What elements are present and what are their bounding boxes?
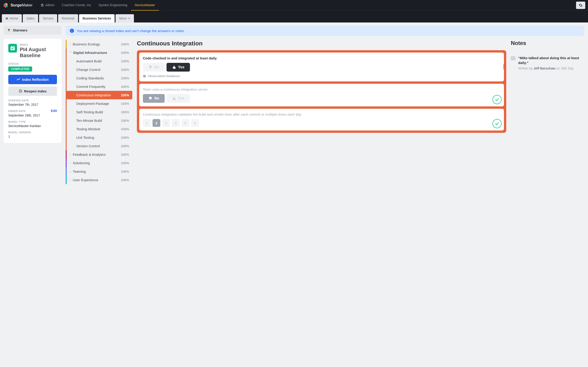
category-sub-item[interactable]: Deployment Package100% <box>67 99 132 108</box>
sub-item-name: Continuous Integration <box>76 93 121 97</box>
category-sub-item[interactable]: Version Control100% <box>67 142 132 150</box>
index-title: PI4 August Baseline <box>20 47 57 59</box>
comment-icon <box>511 56 515 60</box>
sub-item-pct: 100% <box>121 59 129 63</box>
status-badge: COMPLETED <box>8 67 32 72</box>
info-icon: i <box>143 75 146 78</box>
logo[interactable]: SurgeMaker <box>3 2 32 8</box>
index-label: INDEX <box>20 43 57 46</box>
category-header[interactable]: ›User Experience100% <box>66 176 132 184</box>
status-label: STATUS <box>8 62 57 65</box>
question-panel: Code checked in and integrated at least … <box>137 50 506 133</box>
started-date-value: September 7th, 2017 <box>8 103 57 106</box>
question-text: Continuous integration validates the bui… <box>143 112 500 116</box>
question-section-title: Continuous Integration <box>137 40 506 47</box>
question-card: Continuous integration validates the bui… <box>139 109 504 131</box>
category-sub-item[interactable]: Commit Frequently100% <box>67 82 132 91</box>
answer-no-button[interactable]: No <box>143 94 165 103</box>
edit-ended-date-link[interactable]: Edit <box>51 109 57 113</box>
model-type-value: ServiceMaster-Kanban <box>8 124 57 128</box>
sub-item-name: Deployment Package <box>76 102 121 106</box>
tab-business-services[interactable]: Business Services <box>79 14 115 23</box>
sub-item-pct: 100% <box>121 93 129 97</box>
category-list: ›Business Ecology100%˅Digital Infrastruc… <box>66 40 132 184</box>
info-icon: i <box>70 29 74 33</box>
category-header[interactable]: ›Teaming100% <box>66 167 132 176</box>
category-name: Digital Infrastructure <box>73 51 121 55</box>
scale-button-4[interactable]: 4 <box>172 119 180 127</box>
sub-item-pct: 100% <box>121 76 129 80</box>
top-nav-system-engineering[interactable]: System Engineering <box>95 0 131 10</box>
sub-item-name: Testing Mindset <box>76 127 121 131</box>
arrow-up-icon <box>7 29 10 32</box>
category-pct: 100% <box>121 170 129 173</box>
tab-sales[interactable]: Sales <box>23 14 38 23</box>
chevron-right-icon: › <box>70 178 71 182</box>
ended-date-value: September 26th, 2017 <box>8 114 57 117</box>
answer-yes-button[interactable]: Yes <box>166 63 190 72</box>
scale-button-1[interactable]: 1 <box>143 119 151 127</box>
category-pct: 100% <box>121 51 129 55</box>
sub-item-pct: 100% <box>121 110 129 114</box>
breadcrumb-back[interactable]: Starwars <box>4 26 61 35</box>
tab-home[interactable]: Home <box>2 14 22 23</box>
category-sub-item[interactable]: Change Control100% <box>67 65 132 74</box>
bank-icon <box>41 3 44 7</box>
category-header[interactable]: ›Solutioning100% <box>66 159 132 167</box>
category-name: Business Ecology <box>73 42 121 46</box>
answer-yes-button[interactable]: Yes <box>166 94 190 103</box>
sub-item-name: Commit Frequently <box>76 85 121 89</box>
tab-more[interactable]: More <box>115 14 134 23</box>
question-card: Team uses a continuous integration serve… <box>139 84 504 106</box>
scale-button-3[interactable]: 3 <box>162 119 170 127</box>
observation-guidance[interactable]: i Observation Guidance <box>143 74 500 78</box>
answer-no-button[interactable]: No <box>143 63 165 72</box>
question-text: Team uses a continuous integration serve… <box>143 87 500 91</box>
tab-renewal[interactable]: Renewal <box>58 14 78 23</box>
scale-button-6[interactable]: 6 <box>191 119 199 127</box>
tab-service[interactable]: Service <box>39 14 57 23</box>
category-sub-item[interactable]: Continuous Integration100% <box>67 91 132 99</box>
category-pct: 100% <box>121 42 129 46</box>
sub-item-pct: 100% <box>121 102 129 106</box>
scale-button-2[interactable]: 2 <box>153 119 160 127</box>
note-meta: Written by Jeff Barschaw on 19th Sep <box>518 67 584 70</box>
chart-line-icon <box>17 77 20 81</box>
category-sub-item[interactable]: Testing Mindset100% <box>67 125 132 133</box>
top-nav-servicemaster[interactable]: ServiceMaster <box>131 0 159 10</box>
category-header[interactable]: ˅Digital Infrastructure100% <box>66 48 132 57</box>
sub-item-name: Version Control <box>76 144 121 148</box>
model-version-value: 1 <box>8 135 57 138</box>
top-nav-admin[interactable]: Admin <box>37 0 58 10</box>
index-reflection-button[interactable]: Index Reflection <box>8 75 57 84</box>
sub-item-name: Unit Testing <box>76 135 121 140</box>
category-sub-item[interactable]: Coding Standards100% <box>67 74 132 82</box>
category-sub-item[interactable]: Automated Build100% <box>67 57 132 65</box>
notes-title: Notes <box>511 40 584 46</box>
settings-button[interactable] <box>576 2 585 9</box>
category-sub-item[interactable]: Ten-Minute Build100% <box>67 116 132 125</box>
scale-button-5[interactable]: 5 <box>182 119 189 127</box>
chevron-down-icon <box>128 17 130 19</box>
category-header[interactable]: ›Feedback & Analytics100% <box>66 150 132 159</box>
closed-index-alert: i You are viewing a closed index and can… <box>66 26 584 36</box>
top-nav-coaches[interactable]: Coaches Corner, Inc <box>58 0 95 10</box>
category-pct: 100% <box>121 161 129 165</box>
check-circle-icon <box>493 119 502 128</box>
reopen-index-button[interactable]: Reopen Index <box>8 86 57 96</box>
chevron-right-icon: › <box>70 153 71 156</box>
chevron-right-icon: › <box>70 42 71 46</box>
category-header[interactable]: ›Business Ecology100% <box>66 40 132 48</box>
category-pct: 100% <box>121 178 129 182</box>
thumbs-down-icon <box>148 65 153 69</box>
top-nav: Admin Coaches Corner, Inc System Enginee… <box>37 0 159 10</box>
category-sub-item[interactable]: Unit Testing100% <box>67 133 132 142</box>
gear-icon <box>579 3 583 7</box>
thumbs-up-icon <box>172 65 176 69</box>
svg-rect-2 <box>14 46 14 47</box>
sub-item-name: Ten-Minute Build <box>76 119 121 123</box>
alert-text: You are viewing a closed index and can't… <box>77 29 185 33</box>
category-pct: 100% <box>121 153 129 156</box>
sub-item-pct: 100% <box>121 68 129 72</box>
category-sub-item[interactable]: Self-Testing Build100% <box>67 108 132 116</box>
